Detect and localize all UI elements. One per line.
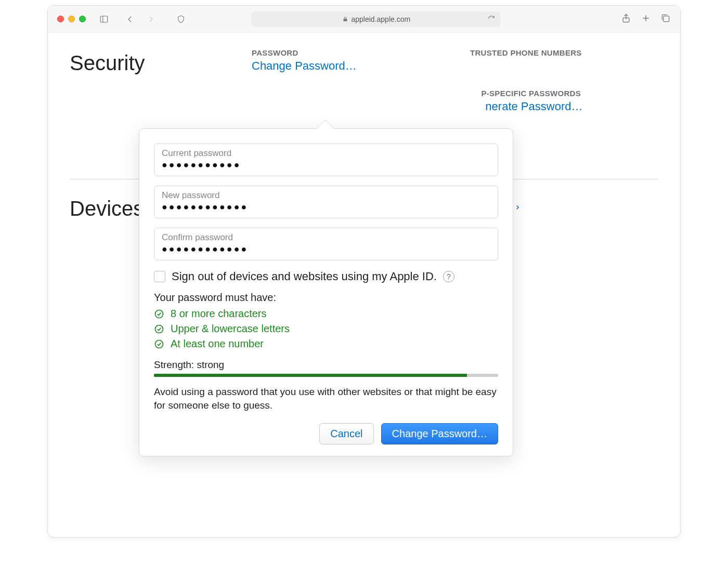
requirement-text: At least one number [171, 338, 264, 350]
svg-point-6 [155, 310, 163, 318]
confirm-password-label: Confirm password [162, 232, 490, 243]
traffic-lights [57, 16, 86, 22]
signout-checkbox[interactable] [154, 271, 165, 282]
help-icon[interactable]: ? [443, 271, 454, 282]
page-content: Security PASSWORD Change Password… TRUST… [48, 33, 680, 60]
close-window-button[interactable] [57, 16, 64, 22]
share-icon[interactable] [621, 13, 631, 25]
requirements-title: Your password must have: [154, 292, 498, 304]
lock-icon [342, 16, 348, 22]
generate-password-link[interactable]: Generate Password… [470, 100, 582, 113]
requirement-item: 8 or more characters [154, 308, 498, 320]
password-hint: Avoid using a password that you use with… [154, 385, 498, 412]
chevron-right-icon [514, 203, 521, 212]
current-password-value: ●●●●●●●●●●● [162, 160, 490, 171]
address-bar-text: appleid.apple.com [352, 15, 411, 23]
requirement-item: At least one number [154, 338, 498, 350]
current-password-field[interactable]: Current password ●●●●●●●●●●● [154, 143, 498, 176]
strength-meter [154, 374, 498, 377]
tab-overview-icon[interactable] [660, 13, 671, 25]
new-tab-icon[interactable] [641, 13, 651, 25]
new-password-value: ●●●●●●●●●●●● [162, 202, 490, 213]
change-password-button[interactable]: Change Password… [381, 423, 498, 444]
current-password-label: Current password [162, 148, 490, 159]
reload-icon[interactable] [487, 15, 496, 24]
strength-meter-fill [154, 374, 467, 377]
toolbar: appleid.apple.com [48, 6, 680, 33]
svg-rect-5 [664, 16, 669, 21]
requirement-text: Upper & lowercase letters [171, 323, 290, 335]
signout-checkbox-label: Sign out of devices and websites using m… [172, 270, 437, 283]
password-section-label: PASSWORD [252, 48, 460, 57]
new-password-field[interactable]: New password ●●●●●●●●●●●● [154, 186, 498, 218]
confirm-password-field[interactable]: Confirm password ●●●●●●●●●●●● [154, 228, 498, 260]
check-circle-icon [154, 324, 164, 334]
security-heading: Security [70, 48, 241, 75]
app-specific-label: APP-SPECIFIC PASSWORDS [470, 89, 647, 98]
nav-forward-button[interactable] [143, 12, 159, 27]
svg-rect-0 [100, 16, 108, 22]
privacy-report-icon[interactable] [173, 12, 189, 27]
minimize-window-button[interactable] [68, 16, 75, 22]
toolbar-right [621, 13, 671, 25]
check-circle-icon [154, 339, 164, 349]
svg-point-8 [155, 340, 163, 348]
cancel-button[interactable]: Cancel [319, 423, 373, 444]
new-password-label: New password [162, 190, 490, 201]
confirm-password-value: ●●●●●●●●●●●● [162, 244, 490, 255]
change-password-link[interactable]: Change Password… [252, 59, 357, 73]
change-password-popover: Current password ●●●●●●●●●●● New passwor… [139, 128, 513, 456]
svg-point-7 [155, 325, 163, 333]
requirement-text: 8 or more characters [171, 308, 267, 320]
safari-window: appleid.apple.com Security PASSWORD [47, 5, 681, 538]
nav-back-button[interactable] [122, 12, 138, 27]
requirement-item: Upper & lowercase letters [154, 323, 498, 335]
zoom-window-button[interactable] [79, 16, 86, 22]
address-bar[interactable]: appleid.apple.com [251, 11, 501, 27]
check-circle-icon [154, 309, 164, 319]
strength-label: Strength: strong [154, 359, 498, 371]
sidebar-toggle-icon[interactable] [96, 12, 112, 27]
